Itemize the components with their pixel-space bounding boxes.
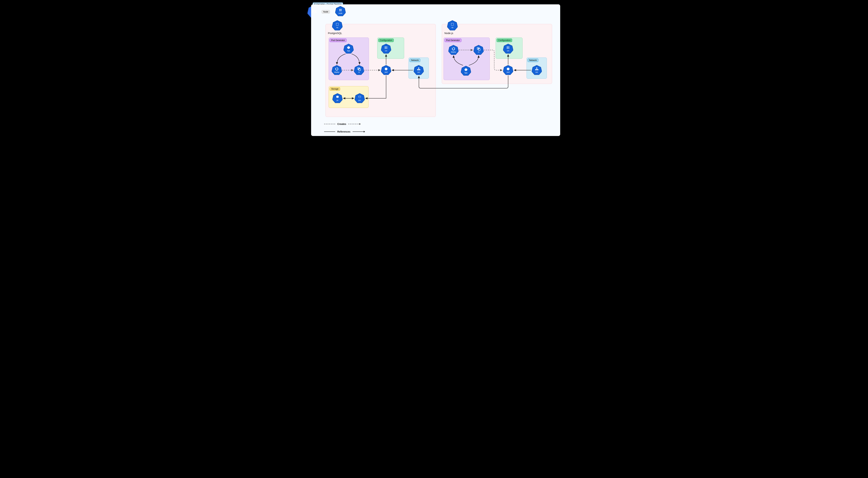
svg-point-14 (341, 10, 342, 11)
svg-point-30 (385, 48, 385, 49)
svg-rect-50 (478, 49, 480, 50)
svg-rect-37 (417, 69, 418, 70)
svg-rect-16 (336, 23, 338, 25)
svg-point-26 (385, 47, 385, 47)
svg-point-28 (385, 48, 385, 48)
hpa-icon-l: hpa (344, 43, 353, 54)
deploy-icon-l: deploy (332, 65, 342, 75)
ns-icon-nodejs: ns (447, 20, 458, 31)
cm-icon-r: cm (503, 43, 513, 54)
svg-rect-65 (536, 69, 537, 70)
icon-label: hpa (347, 50, 350, 52)
pod-icon-r: pod (503, 65, 513, 75)
svg-rect-64 (535, 69, 536, 70)
network-tag-r: Network (528, 59, 538, 62)
svg-point-1 (313, 10, 315, 12)
icon-label: deploy (334, 71, 339, 73)
svg-line-4 (311, 10, 313, 11)
icon-label: pvc (358, 99, 361, 101)
icon-label: rs (358, 71, 360, 73)
config-tag-r: Configuration (497, 38, 512, 42)
icon-label: pv (337, 99, 339, 101)
icon-label: deploy (451, 51, 456, 53)
icon-label: cm (385, 50, 387, 52)
podgen-tag-l: Pod Generator (330, 38, 346, 42)
svc-icon-l: svc (414, 65, 424, 75)
icon-label: svc (417, 71, 420, 73)
node-canvas: Node node ns PostgreSQL Pod Generator Co… (311, 4, 560, 136)
svg-line-7 (311, 12, 313, 13)
pvc-icon-l: pvc (355, 93, 365, 103)
svg-rect-66 (537, 69, 538, 70)
svg-rect-38 (418, 69, 419, 70)
svg-rect-34 (418, 67, 419, 68)
network-tag-l: Network (409, 59, 420, 62)
icon-label: cm (507, 50, 509, 52)
svg-point-53 (507, 47, 507, 47)
svg-rect-61 (536, 67, 537, 68)
legend-references: References (324, 130, 365, 133)
svg-rect-18 (451, 23, 454, 25)
svg-rect-24 (359, 69, 361, 70)
podgen-tag-r: Pod Generator (444, 38, 461, 42)
svg-line-9 (315, 11, 316, 12)
ns-label-postgresql: PostgreSQL (328, 32, 342, 35)
legend-references-label: References (337, 130, 350, 133)
icon-label: svc (535, 71, 538, 73)
node-label: node (339, 12, 342, 14)
svg-point-11 (339, 9, 340, 10)
rs-icon-l: rs (354, 65, 364, 75)
legend-creates-label: Creates (337, 123, 346, 125)
svg-point-57 (507, 48, 507, 49)
ns-icon-postgresql: ns (332, 20, 342, 31)
deploy-icon-r: deploy (448, 45, 459, 55)
storage-tag-l: Storage (330, 87, 340, 91)
pod-icon-l: pod (381, 65, 391, 75)
legend-creates: Creates (324, 123, 361, 125)
ns-text: ns (336, 27, 338, 29)
icon-label: pod (385, 71, 388, 73)
svg-point-12 (341, 9, 342, 10)
node-icon: node (335, 6, 346, 16)
diagram-stage: Kubernetes - Docker Desktop Node node ns… (303, 0, 565, 142)
icon-label: hpa (465, 72, 467, 74)
ns-text: ns (452, 27, 454, 29)
svg-line-5 (315, 12, 317, 13)
svc-icon-r: svc (532, 65, 542, 75)
svg-line-8 (312, 11, 313, 12)
hpa-icon-r: hpa (461, 66, 471, 76)
config-tag-l: Configuration (378, 38, 394, 42)
svg-line-6 (315, 10, 317, 11)
icon-label: pod (507, 71, 510, 73)
icon-label: rs (478, 51, 479, 53)
svg-point-55 (507, 48, 507, 48)
rs-icon-r: rs (473, 45, 484, 55)
ns-label-nodejs: Node.js (444, 32, 453, 35)
pv-icon-l: pv (333, 93, 342, 103)
cm-icon-l: cm (381, 43, 391, 54)
svg-point-45 (359, 96, 361, 96)
svg-point-13 (339, 10, 340, 11)
node-tag: Node (322, 10, 330, 13)
svg-rect-39 (420, 69, 421, 70)
